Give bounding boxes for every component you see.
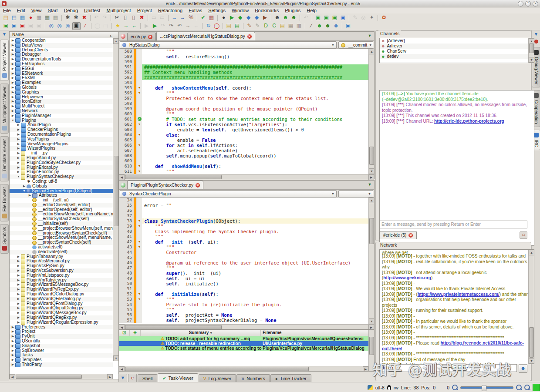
window-last-icon[interactable]: ▣	[344, 23, 352, 30]
tab-list-icon[interactable]: ▼	[367, 182, 373, 188]
restore-icon[interactable]: ↶	[302, 14, 310, 21]
debug-script-icon[interactable]: ◆	[236, 14, 244, 21]
tool-tab-numbers[interactable]: πNumbers	[236, 374, 270, 382]
tree-expander[interactable]: ▶	[11, 99, 15, 104]
tree-item[interactable]: ▶ThirdParty	[10, 362, 113, 367]
menu-unittest[interactable]: Unittest	[81, 7, 103, 13]
tree-expander[interactable]: ▶	[11, 80, 15, 85]
help-contents-icon[interactable]: ✿	[380, 14, 388, 21]
tree-expander[interactable]: ▶	[17, 268, 20, 273]
task-new-icon[interactable]: ▤	[225, 23, 233, 30]
message-input[interactable]: Enter a message, send by pressing Return…	[379, 221, 527, 228]
tree-item[interactable]: ▶WizardPlugins	[10, 146, 113, 151]
tree-item[interactable]: ▶E5Gui	[10, 67, 113, 71]
tool-tab-log-viewer[interactable]: VLog-Viewer	[199, 374, 236, 382]
export-3-icon[interactable]: ▣	[331, 14, 338, 21]
menu-project[interactable]: Project	[134, 7, 155, 13]
replace-icon[interactable]: ▭	[159, 14, 166, 21]
message-link[interactable]: http://www.geeknic.org	[383, 275, 431, 280]
syntax-check-icon[interactable]: ✔	[199, 14, 207, 21]
tree-expander[interactable]: ▶	[17, 127, 20, 132]
tree-expander[interactable]: ▶	[11, 104, 15, 109]
tree-expander[interactable]: ▶	[11, 329, 15, 334]
print-preview-icon[interactable]: ✱	[72, 14, 80, 21]
encoding-label[interactable]: utf-8	[375, 385, 385, 390]
maximize-button[interactable]: ⌃	[525, 1, 531, 7]
preview-icon[interactable]: ◎	[360, 14, 367, 21]
window-new-icon[interactable]: ▣	[2, 23, 10, 30]
tree-expander[interactable]: ▶	[11, 362, 15, 367]
tree-item[interactable]: ▼Plugins	[10, 118, 113, 123]
tree-expander[interactable]: ▶	[11, 358, 15, 362]
run-to-line-icon[interactable]: →	[184, 23, 192, 30]
menu-multiproject[interactable]: Multiproject	[103, 7, 134, 13]
menu-edit[interactable]: Edit	[14, 7, 28, 13]
sidebar-tab-multiproject-viewer[interactable]: Multiproject-Viewer	[0, 84, 9, 134]
user-blue-icon[interactable]: ☻	[332, 23, 340, 30]
refresh-icon[interactable]: ↻	[205, 23, 212, 30]
tree-item[interactable]: ▶Snapshot	[10, 344, 113, 348]
channel-user[interactable]: ☻ChanServ	[380, 49, 534, 54]
archive-icon[interactable]: ▦	[287, 23, 294, 30]
tree-expander[interactable]: ▶	[11, 38, 15, 43]
zoom-in-icon[interactable]	[516, 385, 522, 390]
channel-tab[interactable]: #eric-ide (5) ✕	[379, 231, 417, 239]
cut-icon[interactable]: ✂	[113, 14, 121, 21]
debug-continue-icon[interactable]: ▶	[151, 23, 159, 30]
save-all-icon[interactable]: ▦	[44, 14, 51, 21]
goto-line-icon[interactable]: →	[171, 14, 178, 21]
code-area[interactable]: 588 """589 self.__restoreMissing()590591…	[119, 49, 374, 174]
tool-tab-shell[interactable]: Shell	[138, 374, 157, 382]
tree-item[interactable]: ▶PluginWizardQFileDialog.py	[10, 297, 113, 302]
bookmark-toggle-icon[interactable]: ★	[114, 23, 122, 30]
tools-icon[interactable]: ✦	[368, 14, 375, 21]
tree-expander[interactable]: ▶	[17, 255, 20, 259]
save-copy-icon[interactable]: ▦	[52, 14, 59, 21]
task-row[interactable]: ⚠TODO: add support for hg summary --mqPl…	[119, 336, 374, 341]
tree-expander[interactable]: ▼	[11, 118, 15, 123]
network-vscrollbar[interactable]: ▲▼	[528, 250, 534, 364]
tree-expander[interactable]: ▶	[17, 302, 20, 306]
tree-expander[interactable]: ▶	[17, 137, 20, 142]
tree-item[interactable]: ▶__init__.py	[10, 151, 113, 156]
slash-tool-icon[interactable]: ∕	[307, 23, 315, 30]
trash-icon[interactable]: ▥	[295, 23, 303, 30]
save-as-icon[interactable]: ▦	[35, 14, 43, 21]
annotate-icon[interactable]: ∕	[81, 23, 89, 30]
user-green-icon[interactable]: ☻	[316, 23, 323, 30]
run-project-icon[interactable]: ▶	[261, 14, 269, 21]
tree-item[interactable]: ▶PluginManager	[10, 114, 113, 118]
emote-icon[interactable]: ☺	[520, 231, 527, 239]
tree-expander[interactable]: ▶	[11, 353, 15, 358]
open-icon[interactable]: ▤	[10, 14, 18, 21]
channel-field[interactable]: #eric-ide	[449, 364, 517, 372]
tree-expander[interactable]: ▶	[22, 184, 26, 189]
goto-percent-icon[interactable]: %	[187, 14, 195, 21]
tree-expander[interactable]: ▶	[17, 278, 20, 283]
diagram-c-icon[interactable]: C	[270, 23, 278, 30]
tree-expander[interactable]: ▶	[17, 306, 20, 311]
class-selector[interactable]: SyntaxCheckerPlugin▼	[120, 190, 337, 198]
notes-icon[interactable]: ▤	[279, 23, 286, 30]
menu-start[interactable]: Start	[44, 7, 61, 13]
tree-expander[interactable]: ▶	[11, 43, 15, 48]
edit-note-icon[interactable]: ✎	[246, 23, 253, 30]
menu-bookmarks[interactable]: Bookmarks	[252, 7, 282, 13]
menu-window[interactable]: Window	[229, 7, 252, 13]
bookmark-next-icon[interactable]: →	[122, 23, 130, 30]
tree-expander[interactable]: ▶	[17, 282, 20, 287]
copy-icon[interactable]: ▯	[122, 14, 129, 21]
tree-vscrollbar[interactable]: ▲ ▼	[113, 38, 118, 361]
close-button[interactable]: ✕	[533, 1, 538, 7]
spell-check-icon[interactable]: ✎	[351, 14, 359, 21]
tree-expander[interactable]: ▶	[17, 151, 20, 156]
task-row[interactable]: ⚠TODO: release - reenable redirectionUI/…	[119, 341, 374, 346]
export-4-icon[interactable]: ▣	[339, 14, 347, 21]
class-selector[interactable]: HgStatusDialog▼	[120, 41, 337, 49]
tree-item[interactable]: ▶Graphics	[10, 90, 113, 95]
zoom-out-icon[interactable]: ◎	[56, 23, 63, 30]
tree-expander[interactable]: ▼	[22, 189, 26, 194]
minimize-button[interactable]: ⌄	[518, 1, 523, 7]
tree-expander[interactable]: ▼	[17, 174, 20, 179]
coop-user-icon[interactable]: ☻	[290, 14, 297, 21]
